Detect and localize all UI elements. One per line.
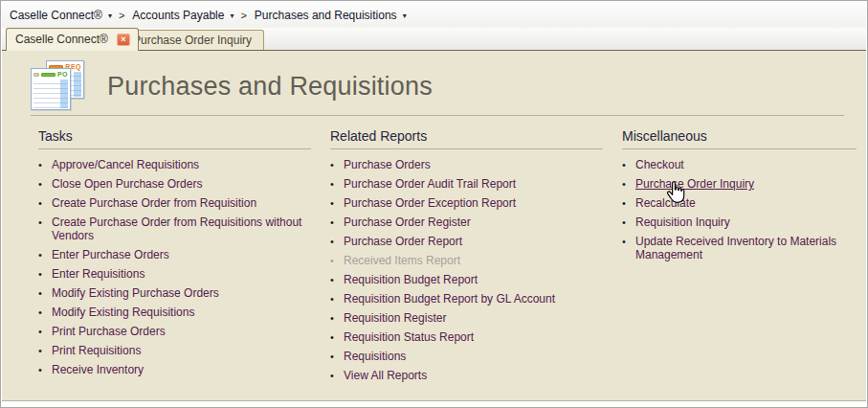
section-related-reports: Related Reports •Purchase Orders•Purchas… bbox=[330, 128, 603, 388]
page-content: REQ PO Purchases and Requisitions Tasks … bbox=[2, 51, 866, 401]
bullet-icon: • bbox=[330, 177, 344, 191]
list-item: •Print Purchase Orders bbox=[38, 325, 311, 338]
bullet-icon: • bbox=[622, 158, 635, 171]
list-item: •Receive Inventory bbox=[38, 363, 311, 376]
item-link[interactable]: Purchase Order Exception Report bbox=[344, 196, 516, 210]
bullet-icon: • bbox=[38, 158, 52, 171]
tab-purchase-order-inquiry[interactable]: Purchase Order Inquiry bbox=[121, 30, 264, 50]
task-list: •Approve/Cancel Requisitions•Close Open … bbox=[38, 158, 311, 376]
item-link[interactable]: Print Purchase Orders bbox=[52, 325, 166, 338]
list-item: •Create Purchase Order from Requisition bbox=[38, 196, 311, 210]
list-item: •Requisition Budget Report by GL Account bbox=[330, 292, 603, 306]
item-link[interactable]: Purchase Orders bbox=[344, 158, 431, 171]
bullet-icon: • bbox=[38, 248, 52, 261]
item-link[interactable]: Create Purchase Order from Requisition bbox=[52, 196, 256, 210]
breadcrumb-item-accounts-payable[interactable]: Accounts Payable bbox=[132, 9, 224, 22]
item-link[interactable]: Enter Requisitions bbox=[52, 267, 145, 281]
bullet-icon: • bbox=[330, 158, 344, 171]
list-item: •Print Requisitions bbox=[38, 344, 311, 357]
item-link[interactable]: Requisition Status Report bbox=[344, 330, 474, 344]
list-item: •Update Received Inventory to Materials … bbox=[622, 235, 857, 261]
list-item: •Requisitions bbox=[330, 350, 603, 363]
item-link[interactable]: Purchase Order Report bbox=[344, 235, 462, 248]
bullet-icon: • bbox=[330, 235, 344, 248]
list-item: •View All Reports bbox=[330, 369, 603, 382]
item-link[interactable]: Approve/Cancel Requisitions bbox=[52, 158, 199, 171]
breadcrumb-separator: > bbox=[119, 10, 124, 21]
list-item: •Purchase Order Inquiry bbox=[622, 177, 857, 191]
chevron-down-icon[interactable]: ▾ bbox=[403, 11, 407, 20]
item-link[interactable]: Purchase Order Audit Trail Report bbox=[344, 177, 516, 191]
item-link[interactable]: Requisition Inquiry bbox=[635, 215, 730, 229]
item-link[interactable]: Checkout bbox=[635, 158, 684, 171]
item-link[interactable]: View All Reports bbox=[344, 369, 427, 382]
item-link[interactable]: Purchase Order Inquiry bbox=[635, 177, 754, 191]
purchase-order-sheet-icon: PO bbox=[31, 68, 71, 110]
item-link[interactable]: Recalculate bbox=[635, 196, 696, 210]
item-link: Received Items Report bbox=[344, 254, 460, 267]
list-item: •Modify Existing Purchase Orders bbox=[38, 286, 311, 300]
item-link[interactable]: Close Open Purchase Orders bbox=[52, 177, 202, 191]
bullet-icon: • bbox=[38, 267, 52, 281]
bullet-icon: • bbox=[330, 215, 344, 229]
list-item: •Purchase Orders bbox=[330, 158, 603, 171]
list-item: •Modify Existing Requisitions bbox=[38, 306, 311, 319]
list-item: •Close Open Purchase Orders bbox=[38, 177, 311, 191]
item-link[interactable]: Purchase Order Register bbox=[344, 215, 471, 229]
list-item: •Requisition Inquiry bbox=[622, 215, 857, 229]
item-link[interactable]: Update Received Inventory to Materials M… bbox=[635, 235, 857, 261]
item-link[interactable]: Modify Existing Purchase Orders bbox=[52, 286, 219, 300]
bullet-icon: • bbox=[622, 215, 635, 229]
chevron-down-icon[interactable]: ▾ bbox=[108, 11, 112, 20]
list-item: •Requisition Status Report bbox=[330, 330, 603, 344]
misc-list: •Checkout•Purchase Order Inquiry•Recalcu… bbox=[622, 158, 857, 261]
item-link[interactable]: Modify Existing Requisitions bbox=[52, 306, 194, 319]
item-link[interactable]: Print Requisitions bbox=[52, 344, 141, 357]
list-item: •Enter Requisitions bbox=[38, 267, 311, 281]
item-link[interactable]: Requisition Register bbox=[344, 311, 446, 325]
item-link[interactable]: Receive Inventory bbox=[52, 363, 144, 376]
list-item: •Purchase Order Register bbox=[330, 215, 603, 229]
item-link[interactable]: Enter Purchase Orders bbox=[52, 248, 169, 261]
section-title: Related Reports bbox=[330, 128, 603, 149]
bullet-icon: • bbox=[38, 306, 52, 319]
breadcrumb-item-purchases-and-requisitions[interactable]: Purchases and Requisitions bbox=[255, 9, 397, 22]
list-item: •Approve/Cancel Requisitions bbox=[38, 158, 311, 171]
bullet-icon: • bbox=[330, 369, 344, 382]
item-link[interactable]: Requisitions bbox=[344, 350, 406, 363]
bullet-icon: • bbox=[330, 254, 344, 267]
list-item: •Enter Purchase Orders bbox=[38, 248, 311, 261]
bullet-icon: • bbox=[330, 273, 344, 286]
list-item: •Purchase Order Report bbox=[330, 235, 603, 248]
chevron-down-icon[interactable]: ▾ bbox=[230, 11, 234, 20]
bullet-icon: • bbox=[38, 196, 52, 210]
section-miscellaneous: Miscellaneous •Checkout•Purchase Order I… bbox=[622, 128, 857, 267]
bullet-icon: • bbox=[330, 292, 344, 306]
bullet-icon: • bbox=[330, 196, 344, 210]
list-item: •Create Purchase Order from Requisitions… bbox=[38, 215, 311, 242]
item-link[interactable]: Create Purchase Order from Requisitions … bbox=[52, 215, 311, 242]
bullet-icon: • bbox=[38, 363, 52, 376]
tab-strip: Caselle Connect® × Purchase Order Inquir… bbox=[2, 28, 866, 51]
bullet-icon: • bbox=[38, 215, 52, 242]
bullet-icon: • bbox=[38, 344, 52, 357]
bullet-icon: • bbox=[38, 286, 52, 300]
item-link[interactable]: Requisition Budget Report bbox=[344, 273, 478, 286]
bullet-icon: • bbox=[330, 330, 344, 344]
bullet-icon: • bbox=[622, 196, 635, 210]
breadcrumb: Caselle Connect® ▾ > Accounts Payable ▾ … bbox=[2, 2, 866, 28]
list-item: •Checkout bbox=[622, 158, 857, 171]
tab-label: Purchase Order Inquiry bbox=[133, 34, 252, 47]
close-icon[interactable]: × bbox=[117, 34, 130, 46]
purchases-requisitions-icon: REQ PO bbox=[31, 60, 84, 110]
report-list: •Purchase Orders•Purchase Order Audit Tr… bbox=[330, 158, 603, 382]
item-link[interactable]: Requisition Budget Report by GL Account bbox=[344, 292, 555, 306]
list-item: •Requisition Register bbox=[330, 311, 603, 325]
list-item: •Purchase Order Exception Report bbox=[330, 196, 603, 210]
tab-caselle-connect[interactable]: Caselle Connect® × bbox=[6, 28, 139, 51]
tab-label: Caselle Connect® bbox=[15, 33, 108, 46]
list-item: •Requisition Budget Report bbox=[330, 273, 603, 286]
breadcrumb-item-caselle-connect[interactable]: Caselle Connect® bbox=[10, 9, 102, 22]
page-title: Purchases and Requisitions bbox=[107, 72, 433, 102]
bullet-icon: • bbox=[622, 235, 635, 261]
